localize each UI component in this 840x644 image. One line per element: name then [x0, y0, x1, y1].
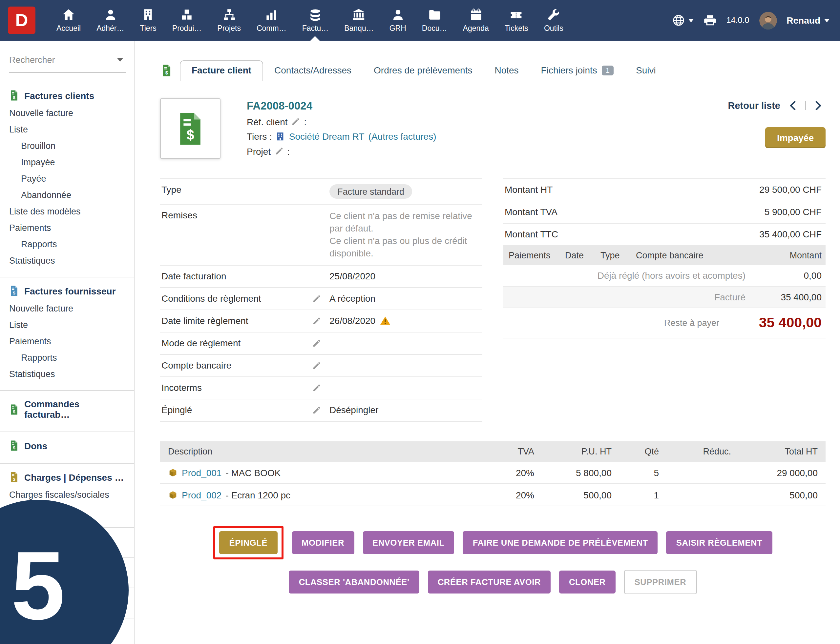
sidebar-item-liste-modeles[interactable]: Liste des modèles [9, 203, 127, 220]
sidebar-section-title: Factures clients [24, 90, 94, 101]
printer-icon[interactable] [703, 14, 716, 27]
dolibarr-app: D Accueil Adhér… Tiers Produi… Projets C… [0, 0, 840, 644]
dolibarr-logo[interactable]: D [8, 7, 35, 34]
tab-ordres-prelevements[interactable]: Ordres de prélèvements [362, 61, 483, 80]
nav-item-agenda[interactable]: Agenda [455, 0, 497, 41]
nav-item-projets[interactable]: Projets [209, 0, 249, 41]
invoice-ref: FA2008-0024 [247, 100, 436, 112]
sidebar-item-statistiques[interactable]: Statistiques [9, 253, 127, 269]
edit-pencil-icon[interactable] [275, 147, 283, 155]
agenda-icon [469, 8, 483, 21]
language-selector[interactable] [672, 14, 693, 27]
nav-item-banque[interactable]: Banqu… [336, 0, 382, 41]
nav-item-accueil[interactable]: Accueil [49, 0, 89, 41]
creer-facture-avoir-button[interactable]: CRÉER FACTURE AVOIR [428, 570, 550, 593]
nav-item-grh[interactable]: GRH [382, 0, 414, 41]
edit-pencil-icon[interactable] [312, 406, 321, 414]
billable-orders-icon [9, 404, 19, 415]
projects-icon [222, 8, 236, 21]
nav-item-tiers[interactable]: Tiers [132, 0, 165, 41]
sidebar-item-rapports-fournisseur[interactable]: Rapports [9, 350, 127, 366]
sidebar-item-nouvelle-facture[interactable]: Nouvelle facture [9, 105, 127, 121]
package-icon [168, 490, 178, 499]
envoyer-email-button[interactable]: ENVOYER EMAIL [362, 531, 455, 554]
projet-line: Projet : [247, 146, 436, 156]
tickets-icon [510, 8, 523, 21]
top-navbar: D Accueil Adhér… Tiers Produi… Projets C… [0, 0, 840, 41]
status-badge: Impayée [765, 127, 825, 148]
action-buttons: ÉPINGLÉ MODIFIER ENVOYER EMAIL FAIRE UNE… [160, 526, 825, 594]
tab-contacts-adresses[interactable]: Contacts/Adresses [263, 61, 362, 80]
avatar[interactable] [759, 12, 777, 29]
sidebar-item-abandonnee[interactable]: Abandonnée [9, 187, 127, 203]
classer-abandonnee-button[interactable]: CLASSER 'ABANDONNÉE' [289, 570, 419, 593]
saisir-reglement-button[interactable]: SAISIR RÈGLEMENT [666, 531, 772, 554]
tiers-line: Tiers : Société Dream RT (Autres facture… [247, 131, 436, 142]
edit-pencil-icon[interactable] [292, 117, 300, 126]
amount-row-ttc: Montant TTC 35 400,00 CHF [503, 223, 825, 246]
chevron-left-icon[interactable] [786, 100, 800, 112]
tab-notes[interactable]: Notes [483, 61, 530, 80]
nav-item-outils[interactable]: Outils [536, 0, 571, 41]
detail-row-remises: Remises Ce client n'a pas de remise rela… [160, 205, 483, 266]
nav-item-facturation[interactable]: Factu… [294, 0, 337, 41]
already-paid-row: Déjà réglé (hors avoirs et acomptes) 0,0… [503, 265, 825, 287]
edit-pencil-icon[interactable] [312, 384, 321, 392]
nav-item-produits[interactable]: Produi… [165, 0, 210, 41]
sidebar-item-statistiques-fournisseur[interactable]: Statistiques [9, 366, 127, 382]
edit-pencil-icon[interactable] [312, 361, 321, 370]
amount-row-tva: Montant TVA 5 900,00 CHF [503, 201, 825, 223]
nav-item-tickets[interactable]: Tickets [497, 0, 536, 41]
sidebar-section-title: Factures fournisseur [24, 286, 116, 296]
supprimer-button[interactable]: SUPPRIMER [624, 570, 697, 594]
cloner-button[interactable]: CLONER [559, 570, 616, 593]
epingle-button[interactable]: ÉPINGLÉ [219, 531, 278, 554]
product-link[interactable]: Prod_001 [182, 467, 221, 478]
search-caret-icon[interactable] [117, 58, 124, 62]
search-input[interactable] [9, 53, 117, 67]
nav-item-documents[interactable]: Docu… [414, 0, 455, 41]
other-invoices-link[interactable]: (Autres factures) [369, 131, 436, 142]
user-menu[interactable]: Renaud [787, 15, 830, 26]
tab-facture-client[interactable]: Facture client [180, 60, 263, 81]
sidebar-item-paiements-fournisseur[interactable]: Paiements [9, 333, 127, 350]
sidebar-item-impayee[interactable]: Impayée [9, 154, 127, 171]
sidebar-section-title: Commandes facturab… [24, 399, 127, 420]
main-content: Facture client Contacts/Adresses Ordres … [135, 41, 840, 644]
user-name: Renaud [787, 15, 820, 26]
demande-prelevement-button[interactable]: FAIRE UNE DEMANDE DE PRÉLÈVEMENT [463, 531, 658, 554]
detail-row-type: Type Facture standard [160, 178, 483, 205]
edit-pencil-icon[interactable] [312, 317, 321, 325]
sidebar-item-nouvelle-facture-fournisseur[interactable]: Nouvelle facture [9, 301, 127, 317]
version-label: 14.0.0 [726, 16, 749, 25]
third-parties-icon [142, 8, 155, 21]
nav-item-adherents[interactable]: Adhér… [89, 0, 132, 41]
sidebar-search [9, 53, 126, 73]
sidebar-section-title: Dons [24, 440, 47, 451]
tools-icon [547, 8, 560, 21]
back-to-list-link[interactable]: Retour liste [728, 100, 780, 111]
tab-fichiers-joints[interactable]: Fichiers joints1 [530, 61, 625, 80]
donations-icon [9, 440, 19, 451]
product-row: Prod_002 - Ecran 1200 pc 20% 500,00 1 50… [160, 484, 825, 506]
detail-row-incoterms: Incoterms [160, 377, 483, 399]
unpin-link[interactable]: Désépingler [329, 405, 378, 415]
modifier-button[interactable]: MODIFIER [292, 531, 354, 554]
sidebar-item-payee[interactable]: Payée [9, 171, 127, 187]
invoice-icon [176, 111, 205, 146]
sidebar-item-rapports[interactable]: Rapports [9, 236, 127, 253]
sidebar-item-paiements[interactable]: Paiements [9, 220, 127, 236]
tab-suivi[interactable]: Suivi [625, 61, 667, 80]
sidebar-item-liste-fournisseur[interactable]: Liste [9, 317, 127, 333]
chevron-right-icon[interactable] [811, 100, 825, 112]
payments-table-header: Paiements Date Type Compte bancaire Mont… [503, 246, 825, 265]
nav-item-commerce[interactable]: Comm… [249, 0, 294, 41]
company-link[interactable]: Société Dream RT [289, 131, 364, 142]
edit-pencil-icon[interactable] [312, 339, 321, 348]
product-link[interactable]: Prod_002 [182, 490, 221, 500]
sidebar-item-brouillon[interactable]: Brouillon [9, 138, 127, 154]
sidebar-item-liste[interactable]: Liste [9, 121, 127, 138]
documents-icon [428, 8, 441, 21]
remaining-to-pay-row: Reste à payer 35 400,00 [503, 308, 825, 338]
edit-pencil-icon[interactable] [312, 294, 321, 303]
